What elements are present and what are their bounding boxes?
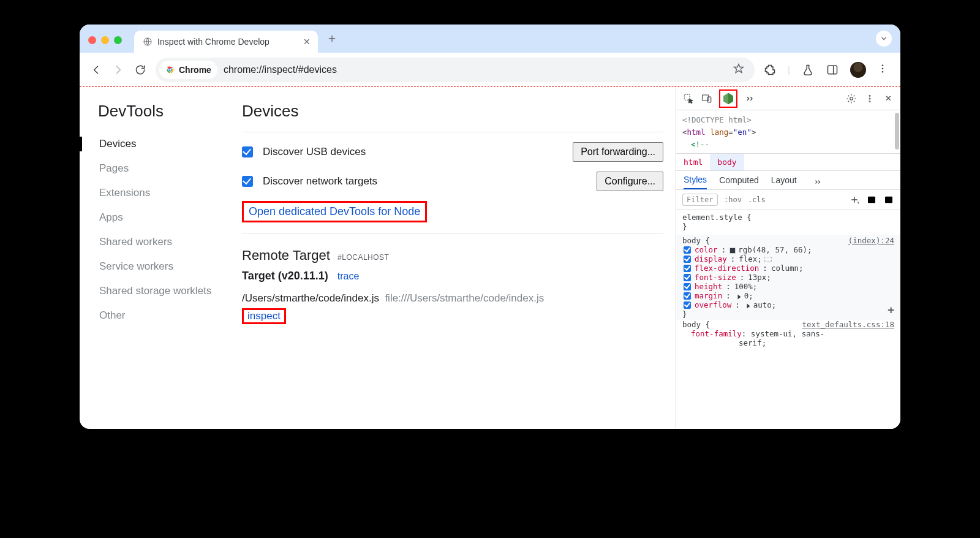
subtab-layout[interactable]: Layout (771, 175, 797, 189)
devtools-tabs: ✕ (676, 87, 900, 110)
profile-avatar[interactable] (850, 62, 866, 78)
device-toolbar-icon[interactable] (701, 93, 713, 105)
browser-toolbar: Chrome chrome://inspect/#devices | (80, 53, 900, 87)
sidebar-item-shared-workers[interactable]: Shared workers (98, 230, 236, 254)
open-node-devtools-link[interactable]: Open dedicated DevTools for Node (249, 205, 420, 218)
browser-window: Inspect with Chrome Develop ✕ (80, 25, 900, 429)
crumb-html[interactable]: html (676, 154, 710, 170)
devtools-sidebar: DevTools Devices Pages Extensions Apps S… (98, 98, 242, 429)
discover-network-checkbox[interactable] (242, 176, 253, 187)
svg-point-6 (882, 68, 884, 70)
configure-button[interactable]: Configure... (597, 172, 663, 191)
subtab-computed[interactable]: Computed (719, 175, 759, 189)
svg-point-7 (882, 71, 884, 73)
svg-point-11 (850, 97, 853, 100)
sidebar-item-shared-storage-worklets[interactable]: Shared storage worklets (98, 279, 236, 303)
node-tab-highlight (719, 89, 737, 108)
network-row: Discover network targets Configure... (242, 172, 663, 191)
prop-color: color:rgb(48, 57, 66); (682, 245, 894, 254)
rule-body-index[interactable]: body {(index):24 color:rgb(48, 57, 66); … (676, 235, 900, 320)
discover-network-label: Discover network targets (263, 175, 377, 188)
extensions-icon[interactable] (763, 63, 777, 77)
globe-icon (143, 37, 153, 47)
remote-target: Target (v20.11.1) trace (242, 270, 663, 282)
target-path: /Users/stmarthe/code/index.js file:///Us… (242, 292, 663, 305)
bookmark-star[interactable] (733, 63, 745, 77)
dom-tree[interactable]: <!DOCTYPE html> <html lang="en"> <!-- (676, 110, 900, 154)
devtools-close-icon[interactable]: ✕ (882, 93, 894, 105)
svg-point-14 (869, 100, 870, 102)
toolbar-right: | (763, 62, 891, 78)
styles-pane[interactable]: element.style { } body {(index):24 color… (676, 210, 900, 429)
sidebar-item-apps[interactable]: Apps (98, 205, 236, 230)
sidebar-toggle-icon[interactable] (883, 194, 894, 205)
dom-crumbs: html body (676, 154, 900, 171)
chrome-chip: Chrome (159, 61, 217, 79)
devtools-body: <!DOCTYPE html> <html lang="en"> <!-- ht… (676, 110, 900, 429)
svg-rect-4 (828, 66, 837, 74)
window-controls (88, 36, 122, 44)
styles-filter[interactable]: Filter (682, 194, 718, 206)
minimize-window[interactable] (101, 36, 109, 44)
chrome-icon (165, 65, 175, 75)
sidebar-item-service-workers[interactable]: Service workers (98, 254, 236, 279)
add-rule-plus[interactable]: + (888, 303, 894, 316)
reload-button[interactable] (134, 63, 147, 77)
cls-toggle[interactable]: .cls (748, 195, 766, 204)
computed-styles-icon[interactable] (866, 194, 877, 205)
devtools-kebab-icon[interactable] (864, 93, 876, 105)
fullscreen-window[interactable] (114, 36, 122, 44)
crumb-body[interactable]: body (710, 154, 744, 170)
more-tabs-icon[interactable] (744, 93, 756, 105)
discover-usb-checkbox[interactable] (242, 146, 253, 157)
svg-rect-10 (708, 97, 711, 102)
inspect-element-icon[interactable] (682, 93, 695, 105)
subtab-more-icon[interactable] (812, 176, 824, 188)
usb-row: Discover USB devices Port forwarding... (242, 142, 663, 162)
discover-usb-label: Discover USB devices (263, 146, 366, 158)
devtools-scrollbar[interactable] (895, 113, 899, 150)
close-tab[interactable]: ✕ (302, 37, 312, 47)
omnibox[interactable]: Chrome chrome://inspect/#devices (156, 58, 755, 82)
open-node-devtools-wrap: Open dedicated DevTools for Node (242, 201, 663, 222)
new-style-rule-icon[interactable] (849, 194, 860, 205)
prop-height: height:100%; (682, 282, 894, 291)
chip-label: Chrome (179, 65, 211, 75)
new-tab-button[interactable] (324, 31, 340, 47)
styles-toolbar: Filter :hov .cls (676, 190, 900, 210)
inspect-link[interactable]: inspect (247, 310, 281, 322)
nodejs-icon[interactable] (722, 92, 735, 105)
svg-point-13 (869, 97, 870, 99)
sidebar-item-other[interactable]: Other (98, 303, 236, 328)
port-forwarding-button[interactable]: Port forwarding... (573, 142, 663, 162)
side-panel-icon[interactable] (826, 63, 839, 77)
close-window[interactable] (88, 36, 96, 44)
sidebar-item-extensions[interactable]: Extensions (98, 181, 236, 205)
url[interactable]: chrome://inspect/#devices (224, 64, 726, 75)
back-button[interactable] (89, 63, 103, 77)
prop-font-size: font-size:13px; (682, 273, 894, 282)
divider (242, 132, 663, 132)
devices-page: Devices Discover USB devices Port forwar… (242, 98, 676, 429)
tab-list-button[interactable] (876, 31, 892, 47)
remote-target-heading: Remote Target #LOCALHOST (242, 248, 663, 263)
rule-element-style[interactable]: element.style { } (682, 213, 894, 231)
svg-rect-16 (885, 197, 892, 203)
devtools-panel: ✕ <!DOCTYPE html> <html lang="en"> <!-- … (676, 87, 900, 429)
labs-icon[interactable] (801, 63, 815, 77)
forward-button[interactable] (111, 63, 125, 77)
browser-tab[interactable]: Inspect with Chrome Develop ✕ (134, 31, 318, 53)
inspect-wrap: inspect (242, 308, 663, 324)
subtab-styles[interactable]: Styles (684, 175, 707, 189)
trace-link[interactable]: trace (337, 271, 360, 281)
kebab-menu[interactable] (877, 63, 888, 76)
devices-heading: Devices (242, 102, 663, 121)
sidebar-item-pages[interactable]: Pages (98, 156, 236, 181)
hov-toggle[interactable]: :hov (724, 195, 742, 204)
divider (242, 233, 663, 234)
rule-body-defaults[interactable]: body {text_defaults.css:18 font-family: … (682, 320, 894, 347)
prop-overflow: overflow:auto; (682, 300, 894, 309)
sidebar-item-devices[interactable]: Devices (98, 132, 236, 156)
inspect-page: DevTools Devices Pages Extensions Apps S… (80, 87, 676, 429)
settings-gear-icon[interactable] (845, 93, 858, 105)
